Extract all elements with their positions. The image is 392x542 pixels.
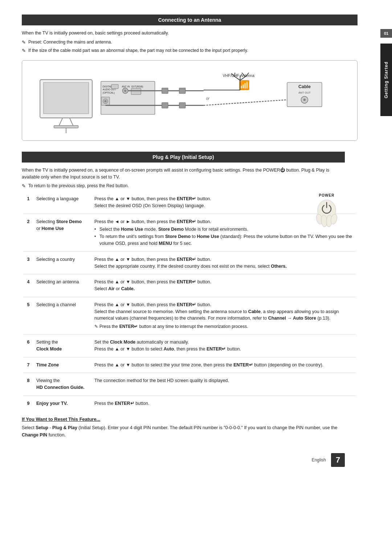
step-3-desc: Press the ▲ or ▼ button, then press the … [93, 254, 358, 272]
step-3-label: Selecting a country [35, 254, 93, 272]
step-9-num: 9 [22, 398, 35, 409]
step-8-desc: The connection method for the best HD sc… [93, 375, 358, 393]
step-7-desc: Press the ▲ or ▼ button to select the yo… [93, 360, 358, 371]
reset-title: If You Want to Reset This Feature... [22, 416, 345, 422]
connecting-header: Connecting to an Antenna [22, 15, 358, 25]
connecting-note2: If the size of the cable mold part was a… [22, 47, 358, 54]
step-6-desc: Set the Clock Mode automatically or manu… [93, 337, 358, 355]
connecting-intro: When the TV is initially powered on, bas… [22, 30, 358, 37]
step-7-label: Time Zone [35, 360, 93, 371]
step-9-desc: Press the ENTER↵ button. [93, 398, 358, 409]
table-row: 4 Selecting an antenna Press the ▲ or ▼ … [22, 276, 358, 295]
svg-text:or: or [206, 96, 210, 100]
footer: English 7 [22, 453, 345, 467]
footer-page-number: 7 [331, 453, 345, 467]
plug-play-section: Plug & Play (Initial Setup) When the TV … [22, 152, 358, 467]
step-8-num: 8 [22, 375, 35, 393]
svg-text:Cable: Cable [298, 84, 311, 89]
step-5-label: Selecting a channel [35, 299, 93, 332]
table-row: 3 Selecting a country Press the ▲ or ▼ b… [22, 254, 358, 272]
step-6-label: Setting theClock Mode [35, 337, 93, 355]
step-5-note: Press the ENTER↵ button at any time to i… [94, 323, 356, 330]
svg-rect-1 [44, 82, 89, 114]
table-row: 2 Selecting Store Demoor Home Use Press … [22, 216, 358, 249]
step-1-label: Selecting a language [35, 193, 93, 212]
svg-line-2 [59, 118, 63, 126]
table-row: 9 Enjoy your TV. Press the ENTER↵ button… [22, 398, 358, 409]
svg-line-48 [204, 100, 287, 105]
table-row: 5 Selecting a channel Press the ▲ or ▼ b… [22, 299, 358, 332]
step-9-label: Enjoy your TV. [35, 398, 93, 409]
plug-play-header: Plug & Play (Initial Setup) [22, 152, 345, 163]
table-row: 1 Selecting a language Press the ▲ or ▼ … [22, 193, 358, 212]
footer-language: English [312, 457, 326, 463]
step-5-num: 5 [22, 299, 35, 332]
svg-rect-12 [111, 85, 118, 89]
step-6-num: 6 [22, 337, 35, 355]
svg-text:VHF/UHF Antenna: VHF/UHF Antenna [223, 73, 254, 78]
step-3-num: 3 [22, 254, 35, 272]
power-illustration: POWER [314, 193, 339, 230]
svg-rect-29 [179, 103, 185, 108]
side-tab-label: Getting Started [380, 44, 392, 116]
step-4-desc: Press the ▲ or ▼ button, then press the … [93, 276, 358, 295]
svg-text:ANT OUT: ANT OUT [298, 91, 311, 94]
plug-play-intro: When the TV is initially powered on, a s… [22, 167, 345, 181]
svg-point-15 [124, 90, 126, 92]
antenna-diagram: Power Input DIGITAL AUDIO OUT (OPTICAL) … [22, 60, 358, 141]
reset-section: If You Want to Reset This Feature... Sel… [22, 416, 345, 439]
power-label: POWER [319, 193, 335, 197]
svg-rect-22 [162, 88, 168, 93]
steps-table: 1 Selecting a language Press the ▲ or ▼ … [22, 193, 358, 409]
step-4-num: 4 [22, 276, 35, 295]
steps-container: POWER 1 Selecting a language [22, 193, 358, 409]
reset-desc: Select Setup - Plug & Play (Initial Setu… [22, 424, 345, 439]
svg-rect-24 [179, 88, 185, 93]
antenna-svg: Power Input DIGITAL AUDIO OUT (OPTICAL) … [33, 68, 346, 133]
step-2-num: 2 [22, 216, 35, 249]
side-tab-number: 01 [380, 29, 392, 38]
svg-line-3 [70, 118, 73, 126]
svg-rect-17 [131, 88, 141, 94]
svg-text:EXT(RGB): EXT(RGB) [131, 85, 143, 88]
step-4-label: Selecting an antenna [35, 276, 93, 295]
table-row: 8 Viewing theHD Connection Guide. The co… [22, 375, 358, 393]
svg-text:DIGITAL: DIGITAL [103, 85, 112, 87]
step-8-label: Viewing theHD Connection Guide. [35, 375, 93, 393]
plug-play-note: To return to the previous step, press th… [22, 182, 345, 189]
svg-text:(OPTICAL): (OPTICAL) [103, 91, 115, 94]
table-row: 6 Setting theClock Mode Set the Clock Mo… [22, 337, 358, 355]
svg-text:ANT IN: ANT IN [122, 85, 130, 87]
svg-rect-27 [162, 103, 168, 108]
step-7-num: 7 [22, 360, 35, 371]
step-1-num: 1 [22, 193, 35, 212]
table-row: 7 Time Zone Press the ▲ or ▼ button to s… [22, 360, 358, 371]
connecting-note1: Preset: Connecting the mains and antenna… [22, 39, 358, 45]
svg-rect-4 [54, 126, 78, 128]
svg-point-20 [105, 100, 107, 102]
svg-point-47 [303, 98, 306, 101]
step-5-desc: Press the ▲ or ▼ button, then press the … [93, 299, 358, 332]
step-2-label: Selecting Store Demoor Home Use [35, 216, 93, 249]
power-button-svg [314, 197, 339, 230]
